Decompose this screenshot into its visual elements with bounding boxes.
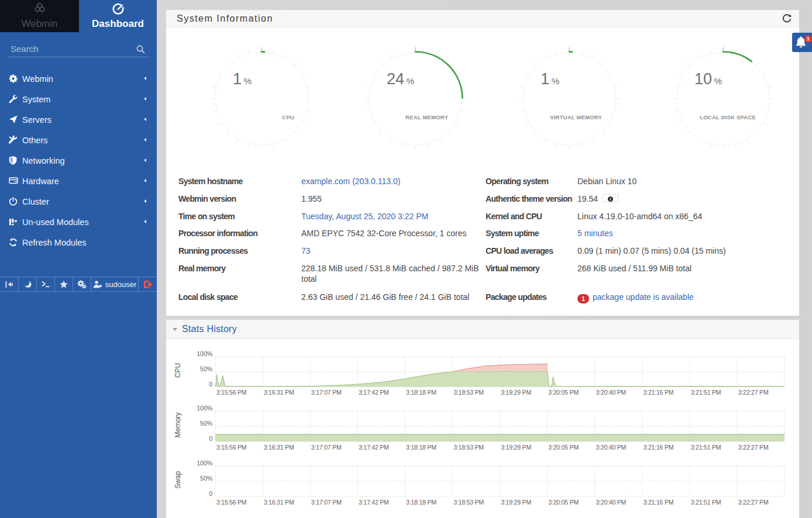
svg-text:50%: 50% [200, 365, 213, 372]
svg-text:3:22:27 PM: 3:22:27 PM [738, 389, 769, 396]
svg-text:3:21:51 PM: 3:21:51 PM [691, 389, 721, 396]
svg-text:3:18:53 PM: 3:18:53 PM [453, 389, 484, 396]
svg-text:3:17:42 PM: 3:17:42 PM [359, 389, 389, 396]
svg-text:3:15:56 PM: 3:15:56 PM [216, 499, 247, 506]
svg-text:CPU: CPU [174, 363, 182, 378]
svg-text:3:21:51 PM: 3:21:51 PM [691, 444, 721, 451]
svg-text:3:18:53 PM: 3:18:53 PM [453, 499, 484, 506]
svg-text:Swap: Swap [174, 471, 182, 488]
svg-text:100%: 100% [197, 460, 212, 467]
svg-text:LOCAL DISK SPACE: LOCAL DISK SPACE [700, 114, 756, 120]
svg-text:3:20:05 PM: 3:20:05 PM [548, 444, 579, 451]
svg-text:3:20:05 PM: 3:20:05 PM [548, 499, 579, 506]
svg-text:3:16:31 PM: 3:16:31 PM [264, 499, 294, 506]
svg-text:3:20:40 PM: 3:20:40 PM [596, 444, 626, 451]
svg-text:3:17:42 PM: 3:17:42 PM [359, 444, 389, 451]
svg-text:3:19:29 PM: 3:19:29 PM [501, 499, 531, 506]
svg-text:50%: 50% [200, 475, 213, 482]
svg-text:3:17:07 PM: 3:17:07 PM [311, 444, 342, 451]
svg-text:3:22:27 PM: 3:22:27 PM [738, 444, 769, 451]
svg-text:3:18:18 PM: 3:18:18 PM [406, 389, 436, 396]
svg-text:3:21:16 PM: 3:21:16 PM [644, 499, 674, 506]
svg-text:3:18:18 PM: 3:18:18 PM [406, 444, 436, 451]
svg-text:3:18:18 PM: 3:18:18 PM [406, 499, 436, 506]
svg-text:3:21:16 PM: 3:21:16 PM [644, 444, 674, 451]
svg-text:100%: 100% [197, 350, 212, 357]
svg-text:3:17:07 PM: 3:17:07 PM [311, 389, 342, 396]
svg-text:3:17:42 PM: 3:17:42 PM [359, 499, 389, 506]
svg-text:3:16:31 PM: 3:16:31 PM [264, 389, 294, 396]
svg-text:3:19:29 PM: 3:19:29 PM [501, 444, 531, 451]
svg-text:0: 0 [209, 381, 212, 388]
svg-text:CPU: CPU [282, 114, 294, 120]
svg-text:Memory: Memory [174, 412, 182, 437]
svg-text:3:15:56 PM: 3:15:56 PM [216, 444, 247, 451]
svg-text:3:18:53 PM: 3:18:53 PM [453, 444, 484, 451]
svg-text:3:22:27 PM: 3:22:27 PM [738, 499, 769, 506]
svg-text:3:20:40 PM: 3:20:40 PM [596, 499, 626, 506]
svg-text:0: 0 [209, 490, 212, 497]
svg-text:3:20:40 PM: 3:20:40 PM [596, 389, 626, 396]
svg-text:3:21:51 PM: 3:21:51 PM [691, 499, 721, 506]
svg-text:100%: 100% [197, 405, 212, 412]
svg-text:VIRTUAL MEMORY: VIRTUAL MEMORY [550, 114, 602, 120]
svg-text:0: 0 [209, 435, 212, 442]
svg-text:3:16:31 PM: 3:16:31 PM [264, 444, 294, 451]
svg-text:3:20:05 PM: 3:20:05 PM [548, 389, 579, 396]
svg-text:REAL MEMORY: REAL MEMORY [405, 114, 448, 120]
svg-text:3:19:29 PM: 3:19:29 PM [501, 389, 531, 396]
svg-text:3:21:16 PM: 3:21:16 PM [644, 389, 674, 396]
svg-text:3:17:07 PM: 3:17:07 PM [311, 499, 342, 506]
svg-text:50%: 50% [200, 420, 213, 427]
svg-text:3:15:56 PM: 3:15:56 PM [216, 389, 247, 396]
